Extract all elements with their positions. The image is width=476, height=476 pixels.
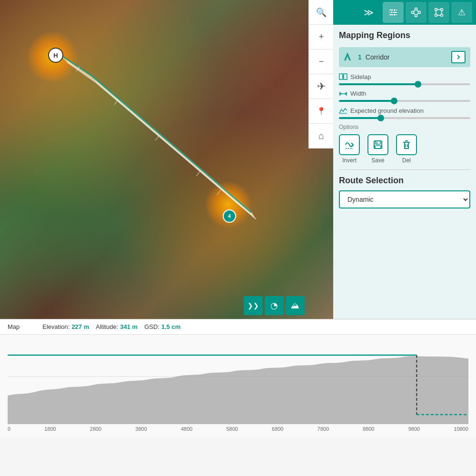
x-label-4800: 4800 [181, 426, 192, 432]
svg-point-12 [415, 8, 417, 10]
sidelap-icon [339, 73, 347, 80]
waypoint-marker: 4 [223, 209, 236, 223]
map-bottom-controls: ❯❯ ◔ ⛰ [244, 296, 305, 315]
svg-rect-28 [344, 74, 347, 79]
bottom-info-bar: Map Elevation: 227 m Altitude: 341 m GSD… [0, 319, 476, 335]
width-label: Width [350, 90, 366, 97]
x-label-1800: 1800 [44, 426, 56, 432]
options-label: Options [339, 124, 470, 130]
waypoints-button[interactable] [428, 2, 449, 23]
gsd-text-label: GSD: [144, 323, 159, 330]
svg-point-13 [418, 11, 421, 14]
corridor-label: Corridor [366, 53, 390, 61]
elevation-icon [339, 107, 347, 114]
save-label: Save [371, 157, 384, 164]
route-select-dropdown[interactable]: Dynamic [339, 190, 470, 208]
sliders-icon [388, 7, 398, 18]
cursor-button[interactable]: ✈ [309, 74, 333, 99]
svg-point-10 [394, 14, 396, 16]
width-icon [339, 90, 347, 97]
save-icon-box [367, 134, 388, 155]
width-slider[interactable] [339, 100, 470, 102]
elevation-value: 227 m [71, 323, 89, 330]
zoom-out-button[interactable]: − [309, 50, 333, 74]
delete-label: Del [402, 157, 411, 164]
corridor-item[interactable]: 1 Corridor [339, 47, 470, 67]
x-label-9800: 9800 [408, 426, 420, 432]
svg-point-14 [415, 15, 417, 17]
terrain-button[interactable]: ⛰ [286, 296, 305, 315]
home-button[interactable]: ⌂ [309, 124, 333, 149]
elevation-chart [8, 338, 468, 424]
chart-svg [8, 338, 468, 424]
top-section: H 4 🔍 + − ✈ 📍 ⌂ ❯❯ ◔ ⛰ [0, 0, 476, 319]
save-option[interactable]: Save [367, 134, 388, 164]
bookmark-button[interactable]: 📍 [309, 99, 333, 124]
svg-line-17 [417, 13, 418, 15]
map-area[interactable]: H 4 🔍 + − ✈ 📍 ⌂ ❯❯ ◔ ⛰ [0, 0, 333, 319]
altitude-value: 341 m [120, 323, 138, 330]
search-button[interactable]: 🔍 [309, 0, 333, 25]
svg-line-15 [414, 10, 415, 12]
svg-point-11 [412, 11, 414, 14]
expand-button[interactable]: ≫ [358, 2, 379, 23]
panel-content: Mapping Regions 1 Corridor [333, 25, 476, 319]
elevation-slider[interactable] [339, 117, 470, 119]
svg-point-20 [441, 9, 443, 11]
sidelap-slider[interactable] [339, 83, 470, 85]
svg-point-19 [435, 9, 437, 11]
altitude-text-label: Altitude: [96, 323, 118, 330]
mapping-regions-title: Mapping Regions [339, 30, 470, 40]
nodes-button[interactable] [406, 2, 426, 23]
chart-area: 0 1800 2800 3800 4800 5800 6800 7800 880… [0, 335, 476, 437]
svg-point-8 [394, 9, 396, 11]
cone-button[interactable]: ⚠ [451, 2, 472, 23]
svg-line-18 [414, 13, 415, 15]
x-label-7800: 7800 [317, 426, 329, 432]
sidelap-label: Sidelap [350, 73, 371, 80]
delete-option[interactable]: Del [396, 134, 417, 164]
x-label-5800: 5800 [226, 426, 238, 432]
corridor-expand-btn[interactable] [451, 51, 466, 63]
svg-point-22 [441, 14, 443, 17]
x-label-2800: 2800 [90, 426, 101, 432]
invert-icon [344, 139, 355, 150]
save-icon [372, 139, 384, 150]
width-setting: Width [339, 90, 470, 102]
route-selection-title: Route Selection [339, 176, 470, 186]
corridor-number: 1 [358, 53, 362, 61]
bottom-section: Map Elevation: 227 m Altitude: 341 m GSD… [0, 319, 476, 476]
invert-option[interactable]: Invert [339, 134, 360, 164]
waypoint-number: 4 [228, 213, 231, 219]
elevation-label: Expected ground elevation [350, 107, 424, 114]
divider [339, 169, 470, 170]
right-panel: ≫ [333, 0, 476, 319]
svg-point-21 [435, 14, 437, 17]
options-row: Invert Save [339, 134, 470, 164]
delete-icon [401, 139, 412, 150]
chevron-down-button[interactable]: ❯❯ [244, 296, 263, 315]
sidelap-setting: Sidelap [339, 73, 470, 85]
map-toolbar: 🔍 + − ✈ 📍 ⌂ [308, 0, 333, 149]
invert-icon-box [339, 134, 360, 155]
svg-rect-27 [339, 74, 343, 79]
waypoints-icon [434, 7, 444, 18]
elevation-setting: Expected ground elevation [339, 107, 470, 119]
zoom-in-button[interactable]: + [309, 25, 333, 50]
svg-point-9 [391, 11, 393, 14]
x-label-3800: 3800 [135, 426, 147, 432]
map-label: Map [8, 323, 20, 330]
x-label-6800: 6800 [272, 426, 283, 432]
home-marker: H [48, 48, 63, 63]
main-container: H 4 🔍 + − ✈ 📍 ⌂ ❯❯ ◔ ⛰ [0, 0, 476, 476]
panel-toolbar: ≫ [333, 0, 476, 25]
x-label-0: 0 [8, 426, 10, 432]
pie-chart-button[interactable]: ◔ [265, 296, 284, 315]
gsd-value: 1.5 cm [161, 323, 180, 330]
chart-x-labels: 0 1800 2800 3800 4800 5800 6800 7800 880… [8, 424, 468, 434]
chevron-right-icon [455, 54, 462, 60]
home-icon: H [53, 52, 58, 59]
svg-line-16 [417, 10, 418, 12]
invert-label: Invert [342, 157, 357, 164]
sliders-button[interactable] [383, 2, 404, 23]
